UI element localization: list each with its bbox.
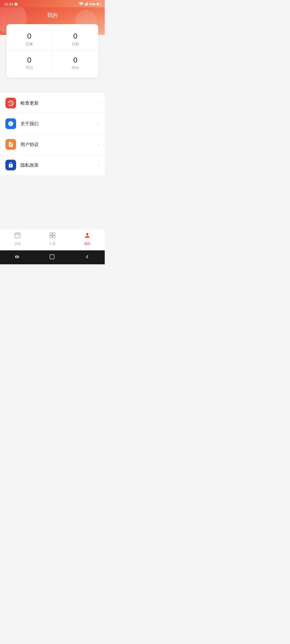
about-us-chevron: › — [98, 121, 99, 126]
svg-rect-1 — [85, 3, 86, 5]
system-nav-bar — [0, 250, 105, 264]
tools-nav-label: 工具 — [49, 241, 56, 246]
home-button[interactable] — [49, 254, 55, 259]
status-bar: 11:14 🖼 53% — [0, 0, 105, 7]
check-update-icon — [5, 98, 16, 108]
calendar-nav-icon: 23 — [14, 232, 21, 240]
svg-rect-14 — [50, 236, 52, 238]
mine-nav-icon — [84, 232, 91, 240]
jishi-count: 0 — [11, 32, 48, 41]
page-title: 我的 — [47, 12, 58, 18]
svg-rect-15 — [53, 236, 55, 238]
svg-rect-17 — [15, 256, 16, 258]
about-us-icon — [5, 118, 16, 129]
svg-rect-0 — [84, 4, 85, 5]
svg-rect-18 — [17, 255, 18, 258]
check-update-chevron: › — [98, 101, 99, 105]
battery-display: 53% — [89, 2, 96, 6]
jishi-label: 记事 — [11, 42, 48, 47]
wifi-icon — [79, 2, 83, 6]
privacy-policy-label: 隐私政策 — [20, 162, 98, 168]
mine-nav-label: 我的 — [84, 241, 90, 246]
about-us-label: 关于我们 — [20, 121, 98, 127]
svg-rect-3 — [87, 2, 88, 5]
menu-item-user-agreement[interactable]: 用户协议 › — [0, 134, 105, 155]
menu-item-about-us[interactable]: 关于我们 › — [0, 114, 105, 134]
richeng-count: 0 — [57, 32, 94, 41]
stats-daiban[interactable]: 0 待办 — [52, 51, 98, 73]
tools-nav-icon — [49, 232, 56, 240]
svg-rect-5 — [97, 3, 99, 5]
nav-item-calendar[interactable]: 23 日历 — [8, 232, 27, 246]
menu-button[interactable] — [15, 254, 20, 259]
jieri-count: 0 — [11, 56, 48, 65]
menu-item-check-update[interactable]: 检查更新 › — [0, 93, 105, 114]
content-area — [0, 175, 105, 229]
menu-list: 检查更新 › 关于我们 › 用户协议 › 隐私政策 › — [0, 93, 105, 175]
privacy-policy-chevron: › — [98, 163, 99, 167]
user-agreement-label: 用户协议 — [20, 141, 98, 148]
jieri-label: 节日 — [11, 65, 48, 70]
stats-jishi[interactable]: 0 记事 — [6, 30, 52, 51]
svg-rect-13 — [53, 233, 55, 235]
status-right: 53% — [79, 2, 100, 6]
section-spacer — [0, 84, 105, 93]
nav-item-tools[interactable]: 工具 — [42, 232, 62, 246]
svg-rect-6 — [100, 3, 101, 4]
stats-richeng[interactable]: 0 日程 — [52, 30, 98, 51]
svg-rect-2 — [86, 3, 87, 6]
svg-point-16 — [86, 233, 89, 236]
calendar-nav-label: 日历 — [14, 241, 21, 246]
signal-icon — [84, 2, 88, 6]
privacy-policy-icon — [5, 160, 16, 170]
daiban-label: 待办 — [57, 65, 94, 70]
time-display: 11:14 — [4, 2, 13, 6]
svg-rect-20 — [50, 255, 54, 259]
photo-icon: 🖼 — [14, 2, 17, 6]
status-left: 11:14 🖼 — [4, 2, 17, 6]
user-agreement-icon — [5, 139, 16, 150]
stats-card: 0 记事 0 日程 0 节日 0 待办 — [6, 24, 98, 78]
richeng-label: 日程 — [57, 42, 94, 47]
svg-rect-19 — [18, 256, 19, 258]
battery-icon — [97, 2, 100, 6]
nav-item-mine[interactable]: 我的 — [77, 232, 97, 246]
svg-rect-12 — [50, 233, 52, 235]
daiban-count: 0 — [57, 56, 94, 65]
back-button[interactable] — [85, 254, 90, 259]
user-agreement-chevron: › — [98, 142, 99, 147]
svg-text:23: 23 — [16, 236, 19, 237]
check-update-label: 检查更新 — [20, 100, 98, 106]
stats-jieri[interactable]: 0 节日 — [6, 51, 52, 73]
menu-item-privacy-policy[interactable]: 隐私政策 › — [0, 155, 105, 175]
bottom-nav: 23 日历 工具 我的 — [0, 229, 105, 250]
